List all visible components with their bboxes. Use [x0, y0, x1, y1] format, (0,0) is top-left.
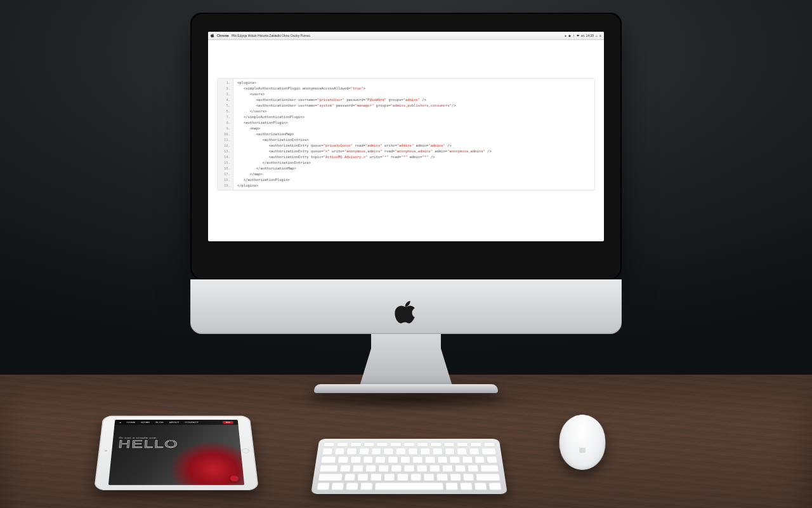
keyboard-key [423, 474, 435, 481]
keyboard-key [430, 442, 442, 447]
imac-stand-foot [314, 384, 498, 393]
photo-scene: Chrome Plik Edycja Widok Historia Zakład… [0, 0, 812, 508]
ipad-nav-item[interactable]: CONTACT [185, 421, 198, 423]
ipad-hero-image: ●HOMEWORKBLOGABOUTCONTACTEN Or just a si… [108, 420, 244, 485]
ipad-nav-item[interactable]: BLOG [155, 421, 164, 423]
keyboard-key [474, 483, 487, 490]
bell-icon[interactable]: ● [565, 34, 566, 37]
keyboard-key [449, 474, 461, 481]
ipad-hero-title: HELLO [118, 439, 179, 450]
keyboard-key [469, 448, 480, 455]
keyboard-key [474, 457, 485, 464]
keyboard-key [444, 448, 455, 455]
ipad-site-nav: ●HOMEWORKBLOGABOUTCONTACTEN [114, 420, 238, 425]
keyboard-key [336, 442, 348, 447]
keyboard-key [416, 465, 428, 472]
keyboard-key [397, 474, 409, 481]
ipad-hero-subtitle: Or just a simple one. [119, 437, 178, 439]
keyboard-key [476, 474, 501, 481]
keyboard-key [337, 457, 349, 464]
menubar-items[interactable]: Plik Edycja Widok Historia Zakładki Okno… [232, 34, 310, 37]
ipad-nav-item[interactable]: WORK [141, 421, 150, 423]
keyboard-key [412, 457, 423, 464]
keyboard-key [429, 465, 440, 472]
code-block: 1.2.3.4.5.6.7.8.9.10.11.12.13.14.15.16.1… [217, 78, 595, 190]
bluetooth-icon[interactable]: ᚼ [573, 34, 575, 37]
keyboard-key [457, 442, 469, 447]
keyboard-key [432, 448, 443, 455]
keyboard-key [317, 483, 330, 490]
keyboard-key [462, 457, 473, 464]
dropbox-icon[interactable]: ◆ [568, 34, 571, 37]
ipad-nav-item[interactable]: HOME [127, 421, 136, 423]
keyboard-key [344, 474, 356, 481]
keyboard-key [488, 483, 502, 490]
code-gutter: 1.2.3.4.5.6.7.8.9.10.11.12.13.14.15.16.1… [218, 79, 233, 190]
ipad-screen: ●HOMEWORKBLOGABOUTCONTACTEN Or just a si… [108, 420, 244, 485]
spotlight-icon[interactable]: ⌕ [596, 34, 598, 37]
keyboard-key [374, 483, 443, 490]
keyboard-key [455, 465, 466, 472]
keyboard-key [442, 465, 454, 472]
keyboard-key [470, 442, 482, 447]
keyboard-key [436, 474, 448, 481]
keyboard-key [403, 442, 415, 447]
menubar-app-name[interactable]: Chrome [217, 34, 229, 37]
keyboard-key [322, 448, 333, 455]
keyboard-key [388, 457, 398, 464]
ipad-site-logo-icon: ● [119, 421, 121, 423]
keyboard-key [462, 474, 475, 481]
menubar-clock[interactable]: wt. 14:29 [581, 34, 594, 37]
keyboard-key [346, 448, 358, 455]
keyboard-key [391, 465, 402, 472]
keyboard-key [408, 448, 419, 455]
keyboard-key [383, 448, 394, 455]
wifi-icon[interactable]: ❤ [577, 34, 579, 37]
keyboard-key [460, 483, 473, 490]
keyboard-key [350, 457, 362, 464]
keyboard-key [320, 457, 337, 464]
keyboard-key [403, 465, 414, 472]
keyboard-key [483, 442, 495, 447]
menu-icon[interactable]: ≡ [599, 34, 601, 37]
ipad: ●HOMEWORKBLOGABOUTCONTACTEN Or just a si… [94, 416, 259, 490]
ipad-hero-text: Or just a simple one. HELLO [118, 437, 179, 450]
keyboard-key [339, 465, 351, 472]
keyboard-key [334, 448, 345, 455]
imac-stand-neck [371, 334, 441, 390]
ipad-lang-pill[interactable]: EN [223, 421, 233, 424]
imac-screen: Chrome Plik Edycja Widok Historia Zakład… [208, 32, 604, 241]
keyboard-key [417, 442, 428, 447]
keyboard-key [323, 442, 335, 447]
keyboard-key [437, 457, 448, 464]
ipad-nav-item[interactable]: ABOUT [169, 421, 180, 423]
keyboard-key [420, 448, 431, 455]
keyboard-key [378, 465, 390, 472]
keyboard-key [319, 465, 338, 472]
keyboard-key [443, 442, 455, 447]
keyboard-key [449, 457, 461, 464]
keyboard-key [375, 457, 386, 464]
keyboard-key [331, 483, 344, 490]
keyboard-key [346, 483, 359, 490]
apple-logo-icon [395, 298, 417, 329]
keyboard-key [357, 474, 369, 481]
keyboard-key [468, 465, 479, 472]
keyboard-key [371, 448, 382, 455]
keyboard-key [363, 442, 375, 447]
keyboard-key [410, 474, 421, 481]
keyboard-key [456, 448, 467, 455]
keyboard-key [377, 442, 389, 447]
mac-menubar: Chrome Plik Edycja Widok Historia Zakład… [208, 32, 604, 40]
keyboard-key [358, 448, 369, 455]
keyboard-key [400, 457, 410, 464]
keyboard-key [352, 465, 363, 472]
apple-menu-icon[interactable] [211, 34, 214, 37]
keyboard-key [481, 448, 497, 455]
ipad-fab-button[interactable] [230, 476, 239, 481]
ipad-home-button[interactable] [242, 448, 249, 453]
keyboard-key [318, 474, 343, 481]
keyboard-key [480, 465, 499, 472]
keyboard-key [370, 474, 382, 481]
keyboard-key [363, 457, 374, 464]
